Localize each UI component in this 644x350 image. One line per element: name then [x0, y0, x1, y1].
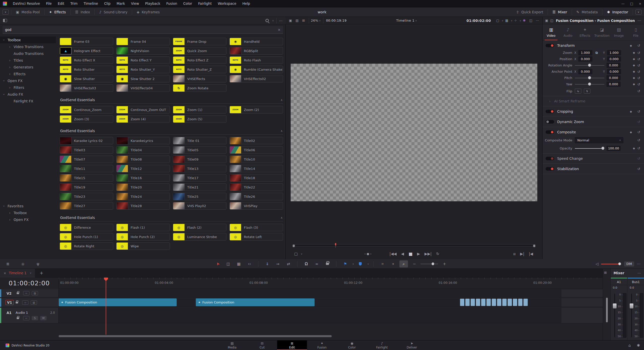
- effect-item[interactable]: Frame Drop: [173, 38, 226, 45]
- effect-item[interactable]: Frame 03: [60, 38, 113, 45]
- composite-section-header[interactable]: Composite ◆ ↺: [543, 128, 644, 136]
- effect-item[interactable]: Title12: [116, 165, 170, 172]
- dynamic-zoom-toggle[interactable]: [546, 120, 554, 124]
- track-v1-lane[interactable]: ✦Fusion Composition✦Fusion Composition: [59, 298, 561, 307]
- effect-item[interactable]: Title09: [173, 155, 226, 163]
- cropping-toggle[interactable]: [546, 110, 554, 113]
- maximize-button[interactable]: □: [630, 2, 633, 6]
- split-compare-icon[interactable]: ◫: [529, 19, 532, 22]
- sidebar-item-fairlight-fx[interactable]: Fairlight FX: [0, 98, 56, 104]
- out-point-handle[interactable]: [533, 245, 535, 247]
- effect-item[interactable]: Title28: [116, 202, 170, 210]
- speed-change-toggle[interactable]: [546, 157, 554, 160]
- in-point-handle[interactable]: [293, 245, 295, 247]
- reset-icon[interactable]: ↺: [636, 51, 641, 55]
- effect-item[interactable]: VHS Play02: [173, 202, 226, 210]
- close-button[interactable]: ×: [639, 2, 641, 6]
- loop-playback-button[interactable]: ↻: [436, 252, 439, 256]
- effect-item[interactable]: Title05: [173, 146, 226, 154]
- effect-item[interactable]: Rumble (Camera Shake): [230, 66, 283, 73]
- menu-fusion[interactable]: Fusion: [163, 0, 180, 7]
- volume-slider[interactable]: [601, 261, 622, 266]
- tab-video[interactable]: ▥Video: [543, 24, 559, 40]
- effect-item[interactable]: VHSEffects04: [116, 84, 170, 92]
- sound-library-button[interactable]: ♪Sound Library: [95, 7, 132, 17]
- effect-item[interactable]: Zoom (3): [60, 115, 113, 123]
- effect-item[interactable]: Zoom Rotate: [173, 84, 226, 92]
- position-y-input[interactable]: 0.000: [607, 56, 621, 62]
- menu-mark[interactable]: Mark: [113, 0, 128, 7]
- pitch-input[interactable]: 0.000: [607, 75, 621, 81]
- track-a1-header[interactable]: A1 Audio 1 2.0 ‹› S M: [0, 308, 59, 323]
- timeline-zoom-slider[interactable]: [421, 261, 438, 266]
- rotation-angle-slider[interactable]: [575, 63, 604, 68]
- page-media[interactable]: ▤Media: [217, 340, 247, 350]
- effect-item[interactable]: Rotate Right: [60, 242, 113, 250]
- panel-collapse-left[interactable]: ∨: [3, 10, 9, 15]
- effects-button[interactable]: ✦Effects: [45, 7, 70, 17]
- yaw-input[interactable]: 0.000: [607, 82, 621, 87]
- speaker-icon[interactable]: ◁: [595, 262, 598, 266]
- page-deliver[interactable]: ➤Deliver: [397, 340, 427, 350]
- effects-group-header[interactable]: GodSend Essentials∧: [60, 215, 283, 221]
- track-a1-lane[interactable]: [59, 308, 561, 323]
- effect-item[interactable]: Roto Shutter_Z: [173, 66, 226, 73]
- jog-wheel[interactable]: ‹●›: [364, 252, 372, 256]
- effect-item[interactable]: Title25: [173, 193, 226, 200]
- match-frame-icon-button[interactable]: ⧈: [513, 252, 516, 256]
- menu-help[interactable]: Help: [239, 0, 253, 7]
- effect-item[interactable]: Zoom (5): [173, 115, 226, 123]
- sidebar-item-titles[interactable]: ›Titles: [0, 57, 56, 64]
- viewer-zoom-level[interactable]: 26%: [311, 19, 318, 22]
- voiceover-mic-icon[interactable]: ψ: [34, 260, 42, 267]
- gallery-stills-icon[interactable]: ▤: [295, 19, 298, 22]
- zoom-out-tool[interactable]: −: [410, 260, 419, 267]
- effect-item[interactable]: Continous_Zoom OUT: [116, 106, 170, 113]
- menu-workspace[interactable]: Workspace: [215, 0, 239, 7]
- clean-feed-icon[interactable]: ▣: [289, 19, 292, 22]
- transform-section-header[interactable]: Transform ◆ ↺: [543, 42, 644, 50]
- clip-fusion-composition[interactable]: ✦Fusion Composition: [59, 298, 177, 306]
- stabilization-section-header[interactable]: Stabilization ↺: [543, 165, 644, 173]
- effect-item[interactable]: Flash (3): [230, 224, 283, 231]
- effect-item[interactable]: Title14: [230, 165, 283, 172]
- goto-next-edit-button[interactable]: ▶|: [520, 252, 524, 256]
- audio-options-icon[interactable]: ⋯: [637, 262, 640, 266]
- effect-item[interactable]: Title 01: [173, 137, 226, 144]
- goto-last-frame-button[interactable]: ▶▶|: [425, 252, 432, 256]
- sidebar-item-effects[interactable]: ›Effects: [0, 70, 56, 77]
- sidebar-item-open-fx[interactable]: ›Open FX: [0, 77, 56, 84]
- effect-item[interactable]: Title19: [60, 183, 113, 191]
- effect-item[interactable]: Hole Punch (1): [60, 233, 113, 241]
- tab-effects[interactable]: ✦Effects: [577, 24, 593, 40]
- goto-first-frame-button[interactable]: |◀◀: [390, 252, 397, 256]
- page-fairlight[interactable]: ♪Fairlight: [367, 340, 397, 350]
- auto-select-icon[interactable]: ‹›: [23, 316, 29, 320]
- ai-smart-reframe-header[interactable]: › AI Smart Reframe: [543, 97, 644, 105]
- position-x-input[interactable]: 0.000: [578, 56, 592, 62]
- menu-edit[interactable]: Edit: [55, 0, 67, 7]
- effect-item[interactable]: Flash (2): [173, 224, 226, 231]
- viewer-options-icon[interactable]: ⋯: [536, 19, 539, 22]
- panel-collapse-right[interactable]: ∨: [635, 10, 641, 15]
- play-button[interactable]: ▶: [417, 252, 420, 256]
- menu-playback[interactable]: Playback: [142, 0, 163, 7]
- effect-item[interactable]: Title13: [173, 165, 226, 172]
- effect-item[interactable]: NightVision: [116, 47, 170, 55]
- effects-group-header[interactable]: GodSend Essentials∧: [60, 128, 283, 135]
- viewer-scrubber[interactable]: [293, 244, 535, 248]
- effect-item[interactable]: Title03: [60, 146, 113, 154]
- dynamic-trim-mode-tool[interactable]: ‹›: [245, 260, 254, 267]
- sidebar-item-toolbox[interactable]: ›Toolbox: [0, 209, 56, 216]
- clip-thumbnails-icon[interactable]: ▤: [31, 300, 37, 305]
- effect-item[interactable]: Luminance Strobe: [173, 233, 226, 241]
- effect-item[interactable]: Title15: [60, 174, 113, 182]
- effects-options-icon[interactable]: ⋯: [279, 19, 283, 23]
- timeline-tab[interactable]: × Timeline 1 ∨: [0, 269, 35, 278]
- sidebar-item-audio-fx[interactable]: ›Audio FX: [0, 91, 56, 98]
- clear-search-icon[interactable]: ×: [278, 28, 281, 32]
- anchor-y-input[interactable]: 0.000: [607, 69, 621, 74]
- effect-item[interactable]: Hole Punch (2): [116, 233, 170, 241]
- clip-thumbnails-icon[interactable]: ▤: [32, 291, 38, 295]
- effect-item[interactable]: Title08: [116, 155, 170, 163]
